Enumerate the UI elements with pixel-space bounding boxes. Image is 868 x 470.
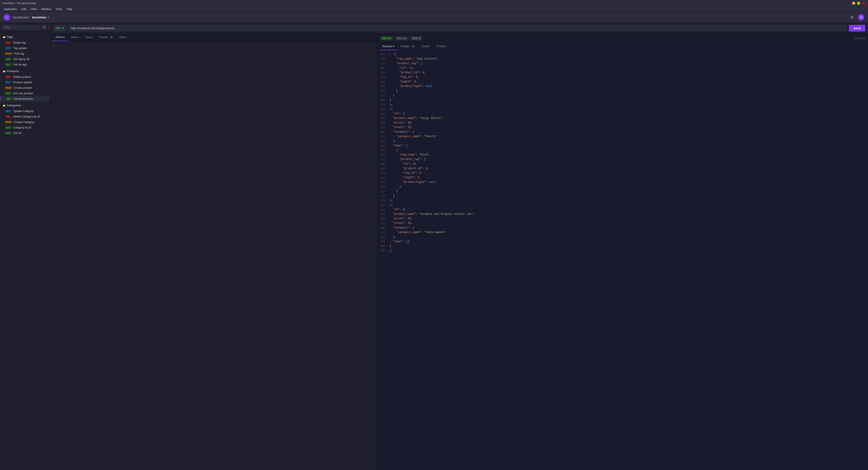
code-line: 178 "id": 8, <box>377 207 868 212</box>
menu-edit[interactable]: Edit <box>20 7 28 11</box>
sidebar-item-product-update[interactable]: PUT Product update <box>0 80 50 85</box>
folder-icon: 📁 <box>3 36 5 38</box>
code-line: 184 }, <box>377 235 868 239</box>
code-line: 185 "tags": [] <box>377 239 868 244</box>
code-line: 153 } <box>377 93 868 98</box>
search-input[interactable] <box>2 25 40 30</box>
code-content: "price": 40, <box>390 216 868 221</box>
tab-query[interactable]: Query <box>82 34 96 41</box>
tab-response-header[interactable]: Header 7 <box>397 43 418 50</box>
menu-window[interactable]: Window <box>39 7 53 11</box>
sidebar-group-tags: 📁 Tags DEL Delete tag PUT Tag update POS… <box>0 34 50 67</box>
line-number: 151 <box>377 84 389 89</box>
line-dot: ▸ <box>389 203 390 207</box>
code-content: }, <box>390 102 868 107</box>
window-controls[interactable]: – □ × <box>852 2 865 5</box>
url-input[interactable] <box>68 25 847 31</box>
sidebar-item-get-all-products[interactable]: GET Get all products <box>0 96 50 101</box>
line-number: 171 <box>377 176 389 180</box>
send-button[interactable]: Send <box>849 25 865 31</box>
menu-help[interactable]: Help <box>65 7 74 11</box>
sidebar-item-label: Get one product <box>13 92 33 95</box>
sidebar-item-label: Get all products <box>14 97 33 100</box>
response-header: 200 OK 14.2 ms 1932 B Just Now <box>377 34 868 43</box>
response-panel: 200 OK 14.2 ms 1932 B Just Now Preview ▾… <box>377 34 868 470</box>
code-content: }, <box>390 139 868 143</box>
sidebar-group-header-products[interactable]: 📁 Products <box>0 68 50 74</box>
avatar[interactable]: U <box>858 14 864 21</box>
close-btn[interactable]: × <box>862 2 865 5</box>
sidebar-item-label: Category by ID <box>13 126 31 129</box>
sidebar-item-create-product[interactable]: POST Create product <box>0 85 50 91</box>
code-content: "product_tag": { <box>390 61 868 66</box>
code-line: 181 "stock": 25, <box>377 221 868 226</box>
sidebar-item-label: Post tag <box>14 52 24 55</box>
settings-button[interactable]: ⚙ <box>849 14 855 21</box>
code-content: } <box>390 244 868 248</box>
sidebar-group-header-categories[interactable]: 📁 Categories <box>0 102 50 109</box>
sidebar-item-label: Delete tag <box>13 41 26 44</box>
code-line: 172 "productTagId": null <box>377 180 868 185</box>
code-content: "tag_name": "blue", <box>390 153 868 157</box>
tab-auth[interactable]: Auth ▾ <box>68 34 82 41</box>
sidebar-item-get-all-tags[interactable]: GET Get all tags <box>0 62 50 67</box>
code-content: "stock": 25, <box>390 221 868 226</box>
code-line: 177▸{ <box>377 203 868 207</box>
sidebar-item-get-one-product[interactable]: GET Get one product <box>0 91 50 96</box>
sidebar-item-post-tag[interactable]: POST Post tag <box>0 51 50 56</box>
menu-application[interactable]: Application <box>2 7 19 11</box>
line-number: 149 <box>377 75 389 80</box>
menu-view[interactable]: View <box>29 7 38 11</box>
breadcrumb-current[interactable]: Insomnia <box>32 16 46 19</box>
line-number: 183 <box>377 230 389 235</box>
sidebar-item-get-tag-by-id[interactable]: GET Get tag by ID <box>0 56 50 62</box>
app-logo: I <box>4 14 10 21</box>
tab-preview[interactable]: Preview ▾ <box>379 43 397 50</box>
maximize-btn[interactable]: □ <box>857 2 860 5</box>
sidebar-item-tag-update[interactable]: PUT Tag update <box>0 46 50 51</box>
code-content: { <box>391 107 868 111</box>
tab-json[interactable]: JSON ▾ <box>52 34 68 41</box>
code-line: 176 }, <box>377 198 868 203</box>
sidebar-group-header-tags[interactable]: 📁 Tags <box>0 34 50 40</box>
tab-timeline[interactable]: Timeline <box>433 43 450 50</box>
code-line: 145 "tag_name": "pop culture", <box>377 57 868 61</box>
code-content: "product_id": 4, <box>390 70 868 75</box>
sidebar-item-label: Create product <box>14 86 32 89</box>
sidebar-item-label: Delete Category by ID <box>13 115 40 118</box>
sidebar-item-delete-product[interactable]: DEL Delete product <box>0 74 50 80</box>
line-number: 150 <box>377 80 389 84</box>
sidebar-item-create-category[interactable]: POST Create Category <box>0 119 50 125</box>
line-number: 159 <box>377 121 389 125</box>
chevron-down-icon[interactable]: ▾ <box>48 16 49 19</box>
tab-docs[interactable]: Docs <box>116 34 129 41</box>
code-line: 168 "id": 12, <box>377 162 868 167</box>
code-content: "tagId": 8, <box>390 80 868 84</box>
method-badge-get: GET <box>5 132 12 135</box>
sidebar-item-delete-category[interactable]: DEL Delete Category by ID <box>0 114 50 119</box>
line-number: 161 <box>377 130 389 134</box>
method-selector[interactable]: GET ▾ <box>53 25 67 31</box>
sidebar-item-update-category[interactable]: PUT Update Category <box>0 109 50 114</box>
menu-tools[interactable]: Tools <box>54 7 64 11</box>
breadcrumb-dashboard[interactable]: Dashboard <box>13 16 29 19</box>
code-line: 157 "id": 5, <box>377 112 868 116</box>
sidebar-sort-btn[interactable]: ⇅ <box>41 25 47 30</box>
tab-header[interactable]: Header 1 <box>96 34 116 41</box>
sidebar-item-category-by-id[interactable]: GET Category by ID <box>0 125 50 130</box>
sidebar-item-get-all-categories[interactable]: GET Get All <box>0 130 50 136</box>
code-line: 148 "product_id": 4, <box>377 70 868 75</box>
code-content: "productTagId": null <box>390 84 868 89</box>
method-badge-post: POST <box>5 87 12 89</box>
sidebar-item-delete-tag[interactable]: DEL Delete tag <box>0 40 50 46</box>
breadcrumb-separator: / <box>30 16 31 19</box>
code-line: 162 "category_name": "Shorts" <box>377 135 868 139</box>
code-content: "id": 5, <box>390 112 868 116</box>
tab-cookie[interactable]: Cookie <box>418 43 433 50</box>
code-line: 163 }, <box>377 139 868 144</box>
sidebar-item-label: Tag update <box>13 47 27 50</box>
minimize-btn[interactable]: – <box>852 2 855 5</box>
code-content: "tags": [] <box>390 239 868 244</box>
line-number: 166 <box>377 153 389 157</box>
sidebar-add-btn[interactable]: +⚙ <box>49 25 50 30</box>
